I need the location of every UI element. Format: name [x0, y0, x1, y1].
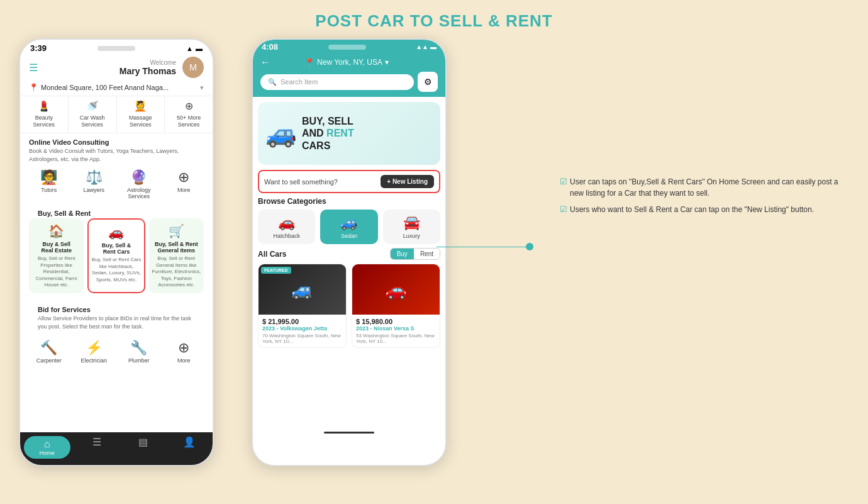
tutors-item[interactable]: 🧑‍🏫 Tutors: [29, 169, 69, 199]
bid-desc: Allow Service Providers to place BIDs in…: [29, 315, 204, 334]
cat-luxury[interactable]: 🚘 Luxury: [383, 210, 440, 244]
search-input[interactable]: 🔍 Search Item: [260, 74, 414, 90]
cat-luxury-label: Luxury: [403, 233, 420, 239]
cars-icon: 🚗: [91, 225, 141, 240]
service-massage[interactable]: 💆 MassageServices: [117, 96, 165, 133]
car-grid: FEATURED 🚙 $ 21,995.00 2023 - Volkswagen…: [258, 264, 440, 348]
plumber-item[interactable]: 🔧 Plumber: [119, 340, 159, 364]
service-more[interactable]: ⊕ 50+ MoreServices: [165, 96, 213, 133]
lawyers-item[interactable]: ⚖️ Lawyers: [74, 169, 114, 199]
bsr-real-estate-title: Buy & SellReal Estate: [31, 241, 81, 254]
all-cars-section: All Cars Buy Rent FEATURED 🚙 $ 21,995.00…: [253, 248, 445, 348]
connector-dot: [526, 243, 533, 250]
carpenter-icon: 🔨: [29, 340, 69, 356]
beauty-icon: 💄: [21, 100, 67, 113]
bsr-title: Buy, Sell & Rent: [29, 204, 204, 218]
sedan-icon: 🚙: [323, 215, 375, 231]
buy-toggle[interactable]: Buy: [391, 249, 414, 259]
cat-sedan-label: Sedan: [341, 233, 357, 239]
nav-card[interactable]: ▤: [120, 436, 167, 459]
car2-price: $ 15,980.00: [356, 318, 436, 325]
wifi-icon: ▲: [186, 45, 193, 52]
more-item[interactable]: ⊕ More: [164, 169, 204, 199]
bsr-cars[interactable]: 🚗 Buy, Sell &Rent Cars Buy, Sell or Rent…: [87, 218, 145, 293]
astrology-item[interactable]: 🔮 AstrologyServices: [119, 169, 159, 199]
p1-status-icons: ▲ ▬: [186, 45, 203, 52]
annotation-area: ☑ User can taps on "Buy,Sell & Rent Cars…: [560, 176, 843, 220]
battery-icon: ▬: [196, 45, 203, 52]
all-cars-header: All Cars Buy Rent: [258, 248, 440, 260]
location-pin-icon2: 📍: [304, 58, 314, 67]
filter-icon: ⚙: [424, 77, 432, 87]
service-carwash[interactable]: 🚿 Car WashServices: [69, 96, 117, 133]
filter-button[interactable]: ⚙: [418, 72, 438, 92]
car2-location: 53 Washington Square South, New York, NY…: [356, 333, 436, 344]
service-carwash-label: Car WashServices: [80, 115, 105, 128]
p1-header: ☰ Welcome Mary Thomas M: [20, 54, 213, 82]
banner-rent: RENT: [326, 128, 354, 138]
nav-list[interactable]: ☰: [74, 436, 121, 459]
lawyers-label: Lawyers: [83, 187, 104, 193]
p2-location-text: New York, NY, USA: [317, 58, 382, 67]
p2-search-bar: 🔍 Search Item ⚙: [260, 72, 438, 92]
home-icon: ⌂: [24, 439, 70, 450]
rent-toggle[interactable]: Rent: [414, 249, 440, 259]
car-image-2: 🚗: [352, 264, 440, 315]
bsr-section: Buy, Sell & Rent 🏠 Buy & SellReal Estate…: [20, 204, 213, 297]
browse-section: Browse Categories 🚗 Hatchback 🚙 Sedan 🚘 …: [253, 197, 445, 248]
nav-profile[interactable]: 👤: [167, 436, 213, 459]
service-beauty[interactable]: 💄 BeautyServices: [20, 96, 69, 133]
bsr-cars-title: Buy, Sell &Rent Cars: [91, 242, 141, 255]
hamburger-icon[interactable]: ☰: [29, 62, 38, 74]
p1-location[interactable]: 📍 Mondeal Square, 100 Feet Anand Naga...…: [20, 82, 213, 96]
astrology-icon: 🔮: [119, 169, 159, 186]
car1-location: 70 Washington Square South, New York, NY…: [262, 333, 342, 344]
plumber-icon: 🔧: [119, 340, 159, 356]
annotation-item-2: ☑ Users who want to Sell & Rent a Car ca…: [560, 204, 843, 215]
location-text: Mondeal Square, 100 Feet Anand Naga...: [41, 84, 198, 91]
cat-hatchback[interactable]: 🚗 Hatchback: [258, 210, 315, 244]
bsr-real-estate[interactable]: 🏠 Buy & SellReal Estate Buy, Sell or Ren…: [29, 218, 84, 293]
annotation-item-1: ☑ User can taps on "Buy,Sell & Rent Cars…: [560, 176, 843, 199]
annotation-text-2: Users who want to Sell & Rent a Car can …: [570, 204, 814, 215]
cat-sedan[interactable]: 🚙 Sedan: [320, 210, 377, 244]
car1-price: $ 21,995.00: [262, 318, 342, 325]
bid-section: Bid for Services Allow Service Providers…: [20, 297, 213, 337]
new-listing-button[interactable]: + New Listing: [381, 175, 434, 188]
bsr-general[interactable]: 🛒 Buy, Sell & Rent General Items Buy, Se…: [149, 218, 204, 293]
list-icon: ☰: [74, 436, 121, 448]
electrician-item[interactable]: ⚡ Electrician: [74, 340, 114, 364]
p1-bottom-nav: ⌂ Home ☰ ▤ 👤: [20, 432, 213, 465]
real-estate-icon: 🏠: [31, 223, 81, 238]
general-icon: 🛒: [152, 223, 201, 238]
p2-status-icons: ▲▲ ▬: [416, 43, 437, 50]
carpenter-item[interactable]: 🔨 Carpenter: [29, 340, 69, 364]
carpenter-label: Carpenter: [36, 357, 62, 364]
more-services-icon: ⊕: [166, 100, 211, 113]
massage-icon: 💆: [118, 100, 164, 113]
p2-location-bar[interactable]: 📍 New York, NY, USA ▾: [304, 58, 389, 67]
p1-time: 3:39: [30, 43, 47, 53]
service-massage-label: MassageServices: [129, 115, 152, 128]
p2-signal-icon: ▲▲: [416, 43, 428, 50]
more-bid-item[interactable]: ⊕ More: [164, 340, 204, 364]
online-consulting-desc: Book & Video Consult with Tutors, Yoga T…: [20, 147, 213, 167]
tutors-label: Tutors: [41, 187, 57, 193]
more-label: More: [177, 187, 191, 193]
p2-battery-icon: ▬: [430, 43, 437, 50]
nav-home[interactable]: ⌂ Home: [24, 436, 70, 459]
banner-car-icon: 🚙: [265, 119, 297, 148]
car-card-1[interactable]: FEATURED 🚙 $ 21,995.00 2023 - Volkswagen…: [258, 264, 347, 348]
banner-line1: BUY, SELL: [302, 116, 353, 126]
hatchback-icon: 🚗: [260, 215, 313, 231]
astrology-label: AstrologyServices: [127, 187, 151, 199]
p2-chevron-icon: ▾: [385, 58, 389, 67]
avatar: M: [182, 57, 204, 78]
lawyers-icon: ⚖️: [74, 169, 114, 186]
back-icon[interactable]: ←: [260, 57, 270, 68]
more-icon: ⊕: [164, 169, 204, 186]
plumber-label: Plumber: [128, 357, 150, 364]
electrician-icon: ⚡: [74, 340, 114, 356]
phones-container: 3:39 ▲ ▬ ☰ Welcome Mary Thomas M 📍 Monde…: [0, 38, 868, 466]
car-card-2[interactable]: 🚗 $ 15,980.00 2023 - Nissan Versa S 53 W…: [352, 264, 440, 348]
